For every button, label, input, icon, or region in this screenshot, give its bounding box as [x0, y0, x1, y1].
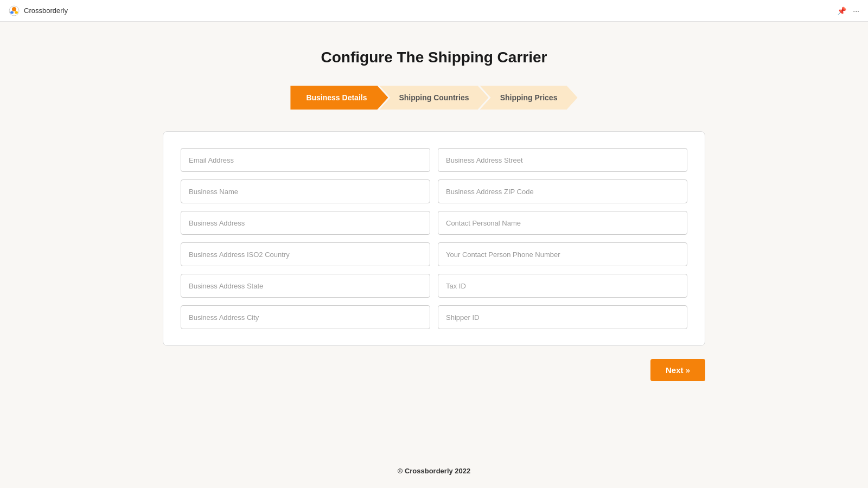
step-shipping-countries-label: Shipping Countries: [399, 93, 469, 102]
email-address-input[interactable]: [181, 148, 430, 172]
page-title: Configure The Shipping Carrier: [321, 49, 547, 66]
more-icon[interactable]: ···: [853, 7, 859, 15]
contact-phone-input[interactable]: [438, 242, 687, 266]
next-button[interactable]: Next »: [650, 359, 705, 381]
business-address-zip-input[interactable]: [438, 179, 687, 203]
step-business-details[interactable]: Business Details: [290, 86, 388, 110]
step-business-details-label: Business Details: [306, 93, 367, 102]
svg-point-2: [10, 11, 14, 14]
step-shipping-prices[interactable]: Shipping Prices: [480, 86, 578, 110]
main-content: Configure The Shipping Carrier Business …: [0, 22, 868, 381]
business-address-input[interactable]: [181, 211, 430, 235]
topbar-left: Crossborderly: [9, 5, 68, 16]
business-name-input[interactable]: [181, 179, 430, 203]
form-grid: [181, 148, 687, 329]
svg-point-3: [15, 11, 18, 14]
step-shipping-prices-label: Shipping Prices: [500, 93, 558, 102]
footer: © Crossborderly 2022: [398, 467, 471, 475]
app-name: Crossborderly: [24, 7, 68, 15]
topbar-right: 📌 ···: [837, 7, 859, 15]
tax-id-input[interactable]: [438, 274, 687, 298]
pin-icon[interactable]: 📌: [837, 7, 846, 15]
stepper: Business Details Shipping Countries Ship…: [290, 86, 577, 110]
business-address-state-input[interactable]: [181, 274, 430, 298]
topbar: Crossborderly 📌 ···: [0, 0, 868, 22]
business-address-street-input[interactable]: [438, 148, 687, 172]
business-address-iso2-input[interactable]: [181, 242, 430, 266]
app-logo-icon: [9, 5, 20, 16]
step-shipping-countries[interactable]: Shipping Countries: [379, 86, 488, 110]
contact-personal-name-input[interactable]: [438, 211, 687, 235]
business-address-city-input[interactable]: [181, 305, 430, 329]
shipper-id-input[interactable]: [438, 305, 687, 329]
svg-point-1: [12, 7, 16, 11]
next-btn-row: Next »: [163, 359, 705, 381]
form-card: [163, 131, 705, 346]
